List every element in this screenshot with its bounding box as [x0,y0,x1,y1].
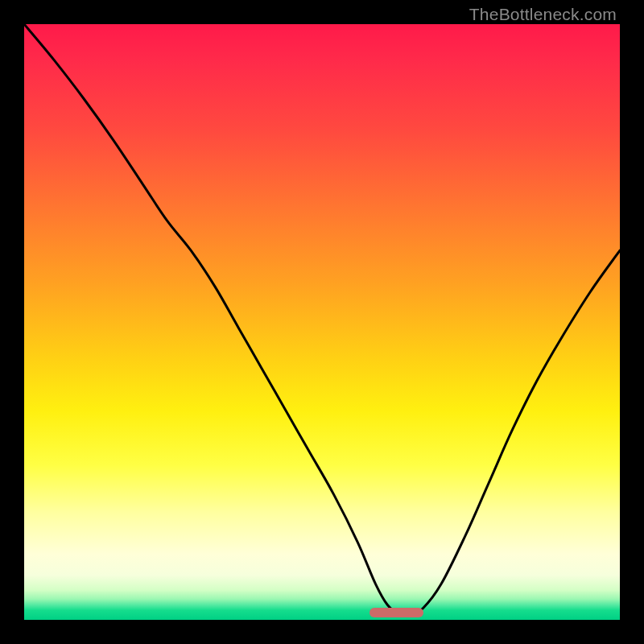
curve-layer [24,24,620,620]
plot-area [24,24,620,620]
bottleneck-curve [24,24,620,615]
watermark-text: TheBottleneck.com [469,5,617,24]
chart-stage: TheBottleneck.com [0,0,644,644]
optimum-marker [369,608,423,617]
